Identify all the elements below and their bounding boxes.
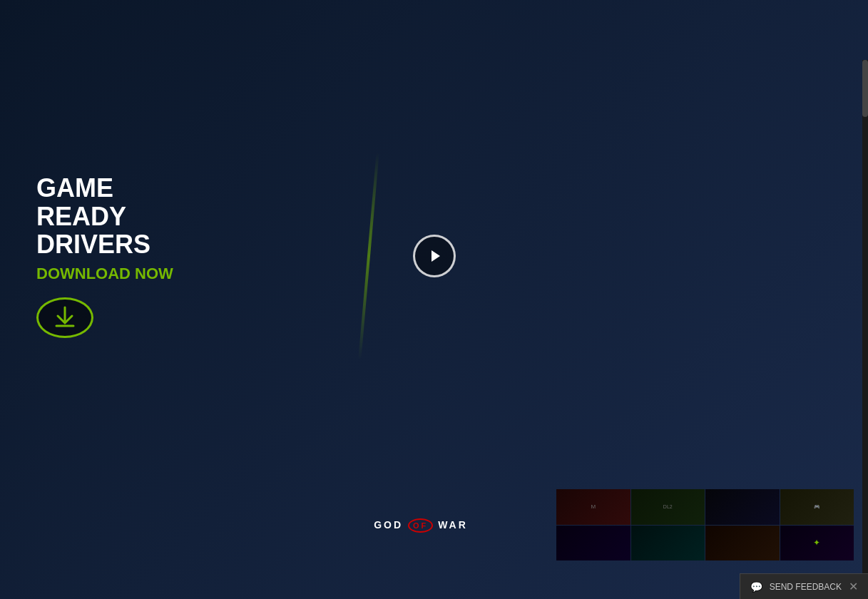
feedback-label: SEND FEEDBACK [770, 582, 842, 592]
thumb-cell-6[interactable] [631, 526, 705, 561]
thumb-cell-8[interactable]: ✦ [780, 526, 854, 561]
thumbnail-grid: M DL2 🎮 ✦ [556, 489, 854, 560]
thumb-cell-4[interactable]: 🎮 [780, 489, 854, 525]
banner-left: GAME READY DRIVERS DOWNLOAD NOW [15, 153, 392, 359]
thumb-cell-3[interactable] [705, 489, 780, 525]
thumb-cell-2[interactable]: DL2 [631, 489, 705, 525]
feedback-close-button[interactable]: ✕ [849, 580, 858, 593]
banner-title-line1: GAME [36, 174, 371, 203]
svg-marker-2 [432, 250, 440, 262]
banner-subtitle: DOWNLOAD NOW [36, 265, 371, 283]
banner-title: GAME READY DRIVERS [36, 174, 371, 259]
thumb-cell-5[interactable] [556, 526, 630, 561]
thumbnail-strip: GOD OF WAR M DL2 🎮 [14, 489, 854, 560]
banner-download-icon [36, 297, 93, 338]
scrollbar-thumb[interactable] [862, 60, 868, 117]
thumb-cell-7[interactable] [705, 526, 780, 561]
thumbnail-god-of-war[interactable]: GOD OF WAR [285, 489, 556, 560]
banner-title-line2: READY [36, 203, 371, 231]
scrollbar-track [862, 60, 868, 599]
banner-center [392, 153, 476, 359]
play-button[interactable] [413, 235, 456, 277]
banner-title-line3: DRIVERS [36, 230, 371, 259]
thumb-cell-1[interactable]: M [556, 489, 630, 525]
feedback-bar: 💬 SEND FEEDBACK ✕ [740, 573, 868, 599]
feedback-icon: 💬 [750, 581, 762, 593]
main-content: AVAILABLE CHECK FOR UPDATES ⋮ GeForce Ga… [0, 60, 868, 599]
